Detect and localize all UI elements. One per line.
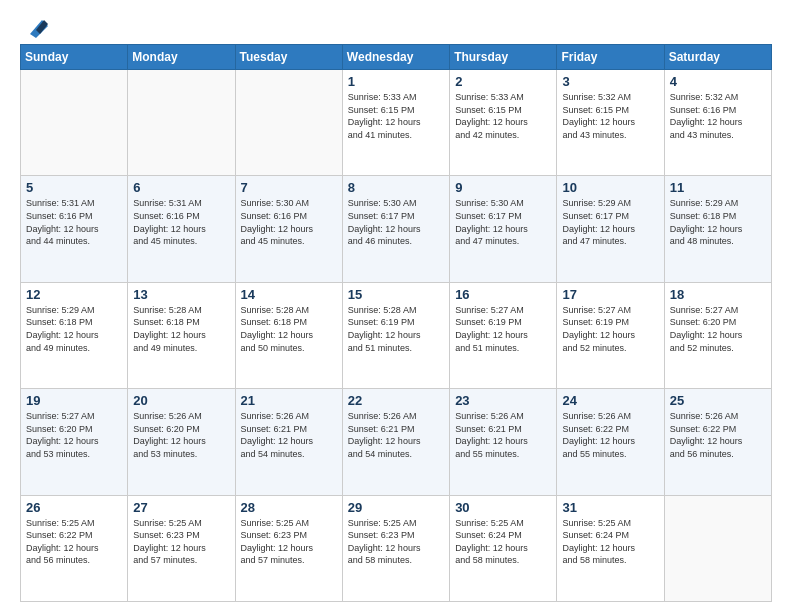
calendar-cell: 17Sunrise: 5:27 AM Sunset: 6:19 PM Dayli… (557, 282, 664, 388)
day-number: 1 (348, 74, 444, 89)
weekday-header: Saturday (664, 45, 771, 70)
calendar-cell: 30Sunrise: 5:25 AM Sunset: 6:24 PM Dayli… (450, 495, 557, 601)
day-info: Sunrise: 5:26 AM Sunset: 6:21 PM Dayligh… (348, 410, 444, 460)
day-number: 15 (348, 287, 444, 302)
day-info: Sunrise: 5:25 AM Sunset: 6:24 PM Dayligh… (455, 517, 551, 567)
day-info: Sunrise: 5:27 AM Sunset: 6:20 PM Dayligh… (26, 410, 122, 460)
calendar-cell: 29Sunrise: 5:25 AM Sunset: 6:23 PM Dayli… (342, 495, 449, 601)
calendar-cell: 10Sunrise: 5:29 AM Sunset: 6:17 PM Dayli… (557, 176, 664, 282)
day-info: Sunrise: 5:32 AM Sunset: 6:15 PM Dayligh… (562, 91, 658, 141)
day-number: 20 (133, 393, 229, 408)
day-number: 11 (670, 180, 766, 195)
day-info: Sunrise: 5:28 AM Sunset: 6:19 PM Dayligh… (348, 304, 444, 354)
day-info: Sunrise: 5:25 AM Sunset: 6:24 PM Dayligh… (562, 517, 658, 567)
day-info: Sunrise: 5:33 AM Sunset: 6:15 PM Dayligh… (348, 91, 444, 141)
day-number: 18 (670, 287, 766, 302)
calendar-week-row: 1Sunrise: 5:33 AM Sunset: 6:15 PM Daylig… (21, 70, 772, 176)
calendar-cell: 8Sunrise: 5:30 AM Sunset: 6:17 PM Daylig… (342, 176, 449, 282)
day-number: 2 (455, 74, 551, 89)
day-info: Sunrise: 5:28 AM Sunset: 6:18 PM Dayligh… (133, 304, 229, 354)
calendar-cell: 4Sunrise: 5:32 AM Sunset: 6:16 PM Daylig… (664, 70, 771, 176)
calendar-cell (664, 495, 771, 601)
calendar-cell (21, 70, 128, 176)
calendar-table: SundayMondayTuesdayWednesdayThursdayFrid… (20, 44, 772, 602)
day-number: 12 (26, 287, 122, 302)
day-number: 27 (133, 500, 229, 515)
day-info: Sunrise: 5:26 AM Sunset: 6:21 PM Dayligh… (241, 410, 337, 460)
day-number: 5 (26, 180, 122, 195)
day-info: Sunrise: 5:29 AM Sunset: 6:17 PM Dayligh… (562, 197, 658, 247)
calendar-cell: 13Sunrise: 5:28 AM Sunset: 6:18 PM Dayli… (128, 282, 235, 388)
weekday-header: Thursday (450, 45, 557, 70)
calendar-cell: 20Sunrise: 5:26 AM Sunset: 6:20 PM Dayli… (128, 389, 235, 495)
day-number: 9 (455, 180, 551, 195)
weekday-header: Sunday (21, 45, 128, 70)
weekday-header: Monday (128, 45, 235, 70)
day-number: 30 (455, 500, 551, 515)
day-number: 25 (670, 393, 766, 408)
day-number: 14 (241, 287, 337, 302)
logo-icon (22, 16, 48, 38)
calendar-week-row: 5Sunrise: 5:31 AM Sunset: 6:16 PM Daylig… (21, 176, 772, 282)
day-number: 26 (26, 500, 122, 515)
calendar-cell: 5Sunrise: 5:31 AM Sunset: 6:16 PM Daylig… (21, 176, 128, 282)
calendar-cell: 1Sunrise: 5:33 AM Sunset: 6:15 PM Daylig… (342, 70, 449, 176)
day-info: Sunrise: 5:27 AM Sunset: 6:20 PM Dayligh… (670, 304, 766, 354)
calendar-cell: 16Sunrise: 5:27 AM Sunset: 6:19 PM Dayli… (450, 282, 557, 388)
calendar-cell: 14Sunrise: 5:28 AM Sunset: 6:18 PM Dayli… (235, 282, 342, 388)
calendar-week-row: 19Sunrise: 5:27 AM Sunset: 6:20 PM Dayli… (21, 389, 772, 495)
calendar-cell: 9Sunrise: 5:30 AM Sunset: 6:17 PM Daylig… (450, 176, 557, 282)
day-number: 22 (348, 393, 444, 408)
calendar-cell: 12Sunrise: 5:29 AM Sunset: 6:18 PM Dayli… (21, 282, 128, 388)
calendar-cell: 28Sunrise: 5:25 AM Sunset: 6:23 PM Dayli… (235, 495, 342, 601)
calendar-cell: 22Sunrise: 5:26 AM Sunset: 6:21 PM Dayli… (342, 389, 449, 495)
day-info: Sunrise: 5:26 AM Sunset: 6:22 PM Dayligh… (670, 410, 766, 460)
day-number: 21 (241, 393, 337, 408)
day-number: 6 (133, 180, 229, 195)
day-info: Sunrise: 5:27 AM Sunset: 6:19 PM Dayligh… (455, 304, 551, 354)
calendar-cell: 25Sunrise: 5:26 AM Sunset: 6:22 PM Dayli… (664, 389, 771, 495)
day-number: 31 (562, 500, 658, 515)
day-info: Sunrise: 5:30 AM Sunset: 6:17 PM Dayligh… (348, 197, 444, 247)
calendar-cell (128, 70, 235, 176)
calendar-cell: 7Sunrise: 5:30 AM Sunset: 6:16 PM Daylig… (235, 176, 342, 282)
calendar-cell: 21Sunrise: 5:26 AM Sunset: 6:21 PM Dayli… (235, 389, 342, 495)
day-info: Sunrise: 5:25 AM Sunset: 6:23 PM Dayligh… (133, 517, 229, 567)
calendar-header-row: SundayMondayTuesdayWednesdayThursdayFrid… (21, 45, 772, 70)
calendar-cell: 3Sunrise: 5:32 AM Sunset: 6:15 PM Daylig… (557, 70, 664, 176)
calendar-cell: 31Sunrise: 5:25 AM Sunset: 6:24 PM Dayli… (557, 495, 664, 601)
day-info: Sunrise: 5:28 AM Sunset: 6:18 PM Dayligh… (241, 304, 337, 354)
day-info: Sunrise: 5:25 AM Sunset: 6:23 PM Dayligh… (348, 517, 444, 567)
day-info: Sunrise: 5:26 AM Sunset: 6:21 PM Dayligh… (455, 410, 551, 460)
calendar-week-row: 26Sunrise: 5:25 AM Sunset: 6:22 PM Dayli… (21, 495, 772, 601)
day-number: 23 (455, 393, 551, 408)
weekday-header: Friday (557, 45, 664, 70)
calendar-cell: 26Sunrise: 5:25 AM Sunset: 6:22 PM Dayli… (21, 495, 128, 601)
page: SundayMondayTuesdayWednesdayThursdayFrid… (0, 0, 792, 612)
day-number: 8 (348, 180, 444, 195)
day-info: Sunrise: 5:26 AM Sunset: 6:22 PM Dayligh… (562, 410, 658, 460)
weekday-header: Tuesday (235, 45, 342, 70)
weekday-header: Wednesday (342, 45, 449, 70)
calendar-cell: 15Sunrise: 5:28 AM Sunset: 6:19 PM Dayli… (342, 282, 449, 388)
day-info: Sunrise: 5:29 AM Sunset: 6:18 PM Dayligh… (670, 197, 766, 247)
calendar-cell: 18Sunrise: 5:27 AM Sunset: 6:20 PM Dayli… (664, 282, 771, 388)
day-info: Sunrise: 5:31 AM Sunset: 6:16 PM Dayligh… (26, 197, 122, 247)
day-number: 24 (562, 393, 658, 408)
day-info: Sunrise: 5:31 AM Sunset: 6:16 PM Dayligh… (133, 197, 229, 247)
day-info: Sunrise: 5:33 AM Sunset: 6:15 PM Dayligh… (455, 91, 551, 141)
day-number: 29 (348, 500, 444, 515)
day-info: Sunrise: 5:30 AM Sunset: 6:16 PM Dayligh… (241, 197, 337, 247)
logo (20, 18, 48, 34)
calendar-cell: 6Sunrise: 5:31 AM Sunset: 6:16 PM Daylig… (128, 176, 235, 282)
day-info: Sunrise: 5:25 AM Sunset: 6:23 PM Dayligh… (241, 517, 337, 567)
day-info: Sunrise: 5:29 AM Sunset: 6:18 PM Dayligh… (26, 304, 122, 354)
day-number: 17 (562, 287, 658, 302)
day-info: Sunrise: 5:25 AM Sunset: 6:22 PM Dayligh… (26, 517, 122, 567)
day-number: 7 (241, 180, 337, 195)
day-info: Sunrise: 5:32 AM Sunset: 6:16 PM Dayligh… (670, 91, 766, 141)
calendar-cell: 23Sunrise: 5:26 AM Sunset: 6:21 PM Dayli… (450, 389, 557, 495)
day-number: 16 (455, 287, 551, 302)
calendar-cell: 2Sunrise: 5:33 AM Sunset: 6:15 PM Daylig… (450, 70, 557, 176)
calendar-cell: 27Sunrise: 5:25 AM Sunset: 6:23 PM Dayli… (128, 495, 235, 601)
